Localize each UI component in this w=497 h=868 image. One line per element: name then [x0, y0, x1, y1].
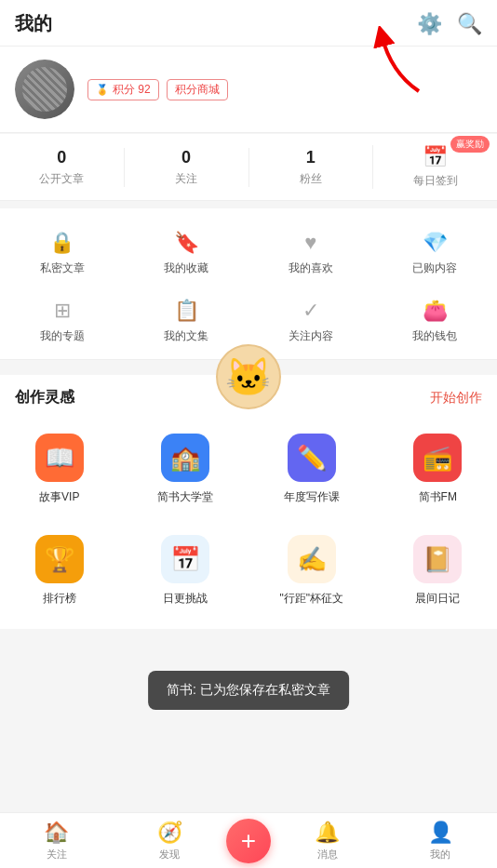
nav-discover-label: 发现	[159, 848, 180, 861]
feature-school[interactable]: 🏫 简书大学堂	[127, 426, 246, 513]
menu-collections-label: 我的文集	[164, 328, 208, 344]
menu-followed-content[interactable]: ✓ 关注内容	[248, 291, 373, 352]
menu-private-articles[interactable]: 🔒 私密文章	[0, 223, 125, 284]
divider-1	[0, 201, 497, 208]
page-title: 我的	[15, 11, 52, 36]
divider-2	[0, 360, 497, 367]
stat-fans-label: 粉丝	[300, 171, 322, 187]
bottom-nav: 🏠 关注 🧭 发现 + 🔔 消息 👤 我的	[0, 812, 497, 868]
stat-follows[interactable]: 0 关注	[124, 148, 248, 187]
badge-row: 🏅 积分 92 积分商城	[87, 79, 228, 100]
menu-followed-label: 关注内容	[289, 328, 333, 344]
feature-vip[interactable]: 📖 故事VIP	[0, 426, 119, 513]
bookmark-icon: 🔖	[174, 231, 199, 255]
feature-diary[interactable]: 📔 晨间日记	[379, 527, 498, 614]
wallet-icon: 👛	[423, 299, 448, 323]
stat-articles-label: 公开文章	[39, 171, 84, 187]
feature-grid-row1: 📖 故事VIP 🏫 简书大学堂 ✏️ 年度写作课 📻 简书FM	[0, 419, 497, 527]
writing-icon: ✏️	[288, 434, 336, 482]
ranking-label: 排行榜	[43, 591, 76, 607]
nav-discover[interactable]: 🧭 发现	[114, 821, 227, 861]
menu-purchased-label: 已购内容	[412, 260, 457, 276]
menu-topics-label: 我的专题	[40, 328, 85, 344]
menu-grid-row1: 🔒 私密文章 🔖 我的收藏 ♥ 我的喜欢 💎 已购内容	[0, 208, 497, 287]
nav-messages-label: 消息	[317, 848, 338, 861]
menu-favorites-label: 我的收藏	[164, 260, 208, 276]
stat-fans-value: 1	[306, 148, 316, 167]
vip-label: 故事VIP	[39, 489, 79, 505]
search-icon[interactable]: 🔍	[457, 12, 482, 36]
ranking-icon: 🏆	[35, 535, 84, 583]
menu-likes[interactable]: ♥ 我的喜欢	[248, 223, 373, 284]
stat-articles-value: 0	[57, 148, 66, 167]
vip-icon: 📖	[35, 434, 84, 482]
settings-icon[interactable]: ⚙️	[417, 12, 442, 36]
nav-follow-label: 关注	[47, 848, 67, 861]
lock-icon: 🔒	[49, 231, 74, 255]
menu-wallet[interactable]: 👛 我的钱包	[373, 291, 498, 352]
score-badge[interactable]: 🏅 积分 92	[87, 79, 159, 100]
menu-collections[interactable]: 📋 我的文集	[125, 291, 249, 352]
toast-text: 简书: 已为您保存在私密文章	[167, 682, 330, 697]
contest-label: "行距"杯征文	[279, 591, 343, 607]
profile-badges: 🏅 积分 92 积分商城	[87, 79, 228, 100]
writing-label: 年度写作课	[284, 489, 340, 505]
signin-label: 每日签到	[413, 173, 458, 189]
bell-icon: 🔔	[315, 821, 340, 845]
check-icon: ✓	[302, 299, 319, 323]
stat-articles[interactable]: 0 公开文章	[0, 148, 124, 187]
daily-challenge-label: 日更挑战	[163, 591, 208, 607]
nav-mine[interactable]: 👤 我的	[384, 821, 498, 861]
school-icon: 🏫	[161, 434, 209, 482]
fm-label: 简书FM	[419, 489, 457, 505]
grid-icon: ⊞	[54, 299, 71, 323]
feature-writing[interactable]: ✏️ 年度写作课	[252, 426, 371, 513]
nav-follow[interactable]: 🏠 关注	[0, 821, 114, 861]
school-label: 简书大学堂	[157, 489, 213, 505]
feature-grid-row2: 🏆 排行榜 📅 日更挑战 ✍️ "行距"杯征文 📔 晨间日记	[0, 527, 497, 629]
menu-likes-label: 我的喜欢	[289, 260, 333, 276]
menu-wallet-label: 我的钱包	[412, 328, 457, 344]
document-icon: 📋	[174, 299, 199, 323]
stat-follows-label: 关注	[175, 171, 197, 187]
store-badge[interactable]: 积分商城	[167, 79, 228, 100]
create-button[interactable]: +	[226, 819, 271, 863]
fm-icon: 📻	[413, 434, 462, 482]
stat-fans[interactable]: 1 粉丝	[248, 148, 373, 187]
profile-section: 🏅 积分 92 积分商城	[0, 47, 497, 133]
header: 我的 ⚙️ 🔍	[0, 0, 497, 47]
score-text: 积分 92	[113, 82, 151, 98]
store-text: 积分商城	[175, 82, 220, 98]
toast-notification: 简书: 已为您保存在私密文章	[148, 671, 349, 710]
menu-grid-row2: ⊞ 我的专题 📋 我的文集 ✓ 关注内容 👛 我的钱包	[0, 287, 497, 360]
compass-icon: 🧭	[157, 821, 182, 845]
header-icons: ⚙️ 🔍	[417, 12, 482, 36]
heart-icon: ♥	[304, 231, 316, 255]
daily-signin[interactable]: 赢奖励 📅 每日签到	[372, 145, 497, 189]
signin-calendar-icon: 📅	[423, 145, 448, 169]
stats-row: 0 公开文章 0 关注 1 粉丝 赢奖励 📅 每日签到	[0, 134, 497, 201]
feature-fm[interactable]: 📻 简书FM	[379, 426, 498, 513]
creation-section-header: 创作灵感 开始创作	[0, 375, 497, 419]
diary-icon: 📔	[413, 535, 462, 583]
contest-icon: ✍️	[288, 535, 336, 583]
creation-title: 创作灵感	[15, 388, 74, 407]
feature-contest[interactable]: ✍️ "行距"杯征文	[252, 527, 371, 614]
avatar[interactable]	[15, 60, 74, 119]
stat-follows-value: 0	[181, 148, 191, 167]
nav-mine-label: 我的	[430, 848, 450, 861]
nav-messages[interactable]: 🔔 消息	[271, 821, 384, 861]
diary-label: 晨间日记	[415, 591, 460, 607]
diamond-icon: 💎	[423, 231, 448, 255]
plus-icon: +	[241, 826, 256, 856]
start-creation-button[interactable]: 开始创作	[430, 390, 482, 407]
menu-private-label: 私密文章	[40, 260, 85, 276]
menu-topics[interactable]: ⊞ 我的专题	[0, 291, 125, 352]
menu-favorites[interactable]: 🔖 我的收藏	[125, 223, 249, 284]
person-icon: 👤	[428, 821, 453, 845]
score-icon: 🏅	[96, 84, 109, 96]
feature-daily-challenge[interactable]: 📅 日更挑战	[127, 527, 246, 614]
feature-ranking[interactable]: 🏆 排行榜	[0, 527, 119, 614]
menu-purchased[interactable]: 💎 已购内容	[373, 223, 498, 284]
daily-challenge-icon: 📅	[161, 535, 209, 583]
